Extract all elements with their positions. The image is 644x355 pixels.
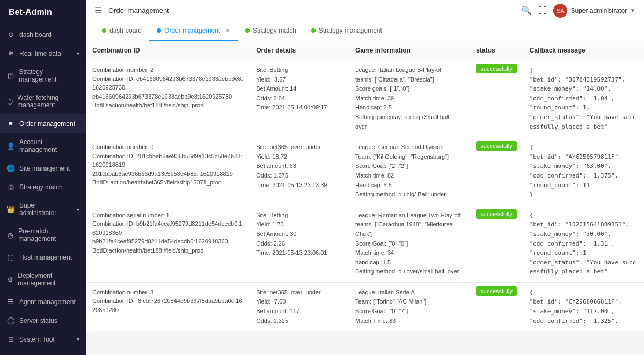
tab-bar: dash board Order management ✕ Strategy m… — [86, 21, 644, 41]
sidebar-item-server-status[interactable]: ◯ Server status — [0, 311, 86, 330]
table-row: Combination number: 2Combination ID: eb4… — [86, 60, 644, 137]
status-badge: successfully — [476, 141, 516, 151]
table-row: Combination number: 3Combination ID: f8f… — [86, 282, 644, 331]
sidebar-item-agent-management[interactable]: ☰ Agent management — [0, 292, 86, 311]
order-details-cell: Site: BettingYield: 1.73Bet Amount: 30Od… — [250, 205, 349, 282]
table-header: Combination ID Order details Game inform… — [86, 41, 644, 60]
avatar: SA — [553, 4, 567, 18]
site-management-icon: 🌐 — [6, 164, 15, 172]
sidebar-item-label: dash board — [19, 31, 52, 39]
tab-close-icon[interactable]: ✕ — [225, 27, 230, 34]
strategy-match-icon: ◎ — [6, 183, 15, 191]
tab-label: Order management — [164, 27, 220, 34]
sidebar-item-host-management[interactable]: ⬚ Host management — [0, 248, 86, 267]
game-info-cell: League: German Second DivisionTeam: ["Ki… — [349, 137, 470, 205]
sidebar-item-deployment[interactable]: ⚙ Deployment management — [0, 267, 86, 292]
topbar: ☰ Order management 🔍 ⛶ SA Super administ… — [86, 0, 644, 21]
tab-dot — [102, 28, 106, 33]
col-status: status — [470, 41, 523, 60]
status-cell: successfully — [470, 282, 523, 331]
status-cell: successfully — [470, 205, 523, 282]
agent-management-icon: ☰ — [6, 298, 15, 306]
sidebar-item-water-fetching[interactable]: ⬡ Water fetching management — [0, 88, 86, 114]
callback-cell: {"bet_id": "102015641809851","stake_mone… — [523, 205, 644, 282]
combination-id-cell: Combination number: 0Combination ID: 201… — [86, 137, 250, 205]
system-tool-icon: ⊞ — [6, 335, 15, 343]
sidebar-item-label: Order management — [19, 120, 75, 128]
sidebar-item-label: Account management — [19, 138, 79, 153]
sidebar-nav: ⊙ dash board ≋ Real-time data ▾ ◫ Strate… — [0, 25, 86, 355]
app-logo: Bet-Admin — [0, 0, 86, 25]
sidebar-item-label: Deployment management — [18, 272, 79, 287]
sidebar-item-dash-board[interactable]: ⊙ dash board — [0, 25, 86, 44]
data-table-container: Combination ID Order details Game inform… — [86, 41, 644, 331]
callback-cell: {"bet_id": "AY6250579811F","stake_money"… — [523, 137, 644, 205]
game-info-cell: League: Romanian League Two-Play-offteam… — [349, 205, 470, 282]
tab-label: Strategy management — [319, 27, 382, 34]
sidebar-item-super-administrator[interactable]: 👑 Super administrator ▾ — [0, 196, 86, 222]
server-status-icon: ◯ — [6, 316, 15, 324]
table-row: Combination number: 0Combination ID: 201… — [86, 137, 644, 205]
combination-id-cell: Combination number: 3Combination ID: f8f… — [86, 282, 250, 331]
orders-table: Combination ID Order details Game inform… — [86, 41, 644, 331]
super-administrator-icon: 👑 — [6, 205, 15, 213]
status-badge: successfully — [476, 209, 516, 219]
status-badge: successfully — [476, 286, 516, 296]
combination-id-cell: Combination serial number: 1Combination … — [86, 205, 250, 282]
content-area: Combination ID Order details Game inform… — [86, 41, 644, 355]
tab-dash-board[interactable]: dash board — [94, 21, 149, 41]
tab-dot — [311, 28, 316, 33]
game-info-cell: League: Italian League B-Play-offteams: … — [349, 60, 470, 137]
chevron-down-icon: ▾ — [77, 206, 79, 212]
tab-label: dash board — [109, 27, 142, 34]
callback-cell: {"bet_id": "CY2968066811F","stake_money"… — [523, 282, 644, 331]
strategy-management-icon: ◫ — [6, 72, 14, 80]
sidebar-item-label: Real-time data — [19, 50, 61, 57]
sidebar-item-label: Host management — [19, 254, 72, 261]
sidebar-item-account-management[interactable]: 👤 Account management — [0, 133, 86, 159]
user-menu[interactable]: SA Super administrator ▼ — [553, 4, 635, 18]
order-details-cell: Site: bet365_over_underYield: -7.00Bet a… — [250, 282, 349, 331]
sidebar-item-label: Water fetching management — [17, 94, 79, 109]
tab-dot — [157, 28, 161, 33]
col-order-details: Order details — [250, 41, 349, 60]
real-time-data-icon: ≋ — [6, 49, 15, 57]
username: Super administrator — [570, 7, 627, 14]
host-management-icon: ⬚ — [6, 253, 15, 261]
col-combination-id: Combination ID — [86, 41, 250, 60]
sidebar-item-order-management[interactable]: ≡ Order management — [0, 114, 86, 133]
game-info-cell: League: Italian Serie ATeam: ["Torino","… — [349, 282, 470, 331]
chevron-down-icon: ▾ — [77, 50, 79, 56]
sidebar: Bet-Admin ⊙ dash board ≋ Real-time data … — [0, 0, 86, 355]
sidebar-item-label: Super administrator — [19, 202, 72, 217]
sidebar-item-label: Strategy match — [19, 183, 63, 191]
sidebar-item-label: System Tool — [19, 336, 54, 343]
sidebar-item-real-time-data[interactable]: ≋ Real-time data ▾ — [0, 44, 86, 63]
tab-label: Strategy match — [253, 27, 296, 34]
pre-match-icon: ◷ — [6, 231, 14, 239]
sidebar-item-pre-match[interactable]: ◷ Pre-match management — [0, 222, 86, 248]
status-cell: successfully — [470, 60, 523, 137]
callback-cell: {"bet_id": "30784319592737","stake_money… — [523, 60, 644, 137]
deployment-icon: ⚙ — [6, 276, 13, 284]
table-body: Combination number: 2Combination ID: eb4… — [86, 60, 644, 331]
sidebar-item-strategy-match[interactable]: ◎ Strategy match — [0, 178, 86, 196]
status-badge: successfully — [476, 64, 516, 73]
tab-strategy-management[interactable]: Strategy management — [304, 21, 390, 41]
order-management-icon: ≡ — [6, 120, 15, 128]
table-row: Combination serial number: 1Combination … — [86, 205, 644, 282]
chevron-down-icon: ▾ — [77, 336, 79, 342]
tab-strategy-match[interactable]: Strategy match — [238, 21, 304, 41]
sidebar-item-strategy-management[interactable]: ◫ Strategy management — [0, 63, 86, 88]
menu-icon[interactable]: ☰ — [94, 5, 102, 16]
sidebar-item-system-tool[interactable]: ⊞ System Tool ▾ — [0, 330, 86, 349]
page-title: Order management — [108, 6, 521, 14]
main-content: ☰ Order management 🔍 ⛶ SA Super administ… — [86, 0, 644, 355]
sidebar-item-label: Agent management — [19, 298, 76, 306]
tab-order-management[interactable]: Order management ✕ — [149, 21, 238, 41]
search-icon[interactable]: 🔍 — [521, 5, 532, 16]
sidebar-item-label: Pre-match management — [18, 227, 79, 242]
sidebar-item-site-management[interactable]: 🌐 Site management — [0, 159, 86, 178]
status-cell: successfully — [470, 137, 523, 205]
expand-icon[interactable]: ⛶ — [538, 6, 547, 16]
